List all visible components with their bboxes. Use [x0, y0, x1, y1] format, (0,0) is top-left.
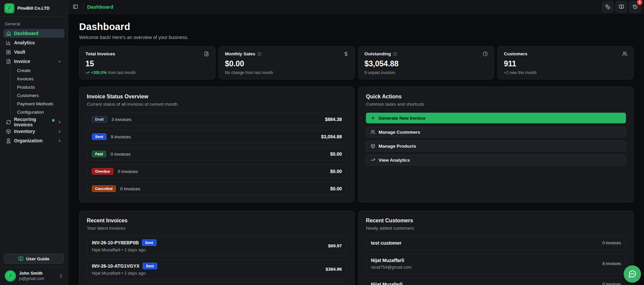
sidebar-item-recurring-invoices[interactable]: Recurring Invoices: [3, 118, 64, 126]
bottom-row: Recent Invoices Your latest invoices INV…: [79, 211, 634, 285]
customer-email: nicat754@gmail.com: [371, 265, 412, 270]
stat-card-monthly-sales: Monthly Sales $0.00 No change from last …: [219, 46, 355, 79]
users-icon: [371, 130, 375, 134]
invoice-file-icon: [6, 59, 11, 64]
home-icon: [6, 31, 11, 36]
trending-up-icon: [371, 158, 375, 162]
stat-value: $0.00: [225, 59, 349, 68]
invoice-meta: Nijat Muzaffarli • 2 days ago: [92, 247, 157, 252]
status-count: 0 invoices: [120, 186, 140, 191]
customer-invoice-count: 8 invoices: [602, 261, 621, 266]
status-badge: Draft: [92, 116, 107, 123]
status-count: 0 invoices: [118, 169, 138, 174]
user-guide-label: User Guide: [26, 256, 49, 261]
sidebar-item-label: Organization: [14, 138, 43, 143]
page-subtitle: Welcome back! Here's an overview of your…: [79, 35, 634, 40]
sidebar-item-label: Dashboard: [14, 31, 38, 36]
user-name: John Smith: [19, 271, 44, 276]
status-count: 9 invoices: [111, 134, 131, 139]
customer-invoice-count: 0 invoices: [602, 241, 621, 245]
stat-sub: 9 unpaid invoices: [365, 70, 488, 75]
invoice-row[interactable]: INV-26-10-ATG1VGYX Sent Nijat Muzaffarli…: [87, 259, 347, 279]
sidebar-toggle-button[interactable]: [71, 2, 80, 11]
generate-new-invoice-button[interactable]: Generate New Invoice: [366, 113, 626, 123]
sidebar-nav: General Dashboard Analytics Vault: [0, 17, 68, 250]
card-title: Invoice Status Overview: [87, 94, 347, 100]
sidebar-item-organization[interactable]: Organization: [3, 136, 64, 145]
chat-button[interactable]: [624, 265, 641, 283]
dollar-icon: [344, 51, 349, 56]
stat-sub: No change from last month: [225, 70, 349, 75]
chevron-right-icon: [57, 129, 62, 134]
sidebar-subitem-invoices[interactable]: Invoices: [15, 75, 64, 83]
status-row-sent: Sent 9 invoices $3,054.88: [87, 130, 347, 143]
avatar: [5, 270, 16, 282]
button-label: View Analytics: [379, 158, 410, 163]
card-title: Recent Customers: [366, 218, 626, 224]
customer-row[interactable]: Nijat Muzaffarli nicat754@gmail.com 8 in…: [366, 253, 626, 274]
stat-card-outstanding: Outstanding $3,054.88 9 unpaid invoices: [358, 46, 494, 79]
package-icon: [371, 144, 375, 148]
brand: PineBill Co.LTD: [0, 0, 68, 17]
sidebar-item-dashboard[interactable]: Dashboard: [3, 29, 64, 38]
sidebar-item-vault[interactable]: Vault: [3, 48, 64, 56]
quick-actions-card: Quick Actions Common tasks and shortcuts…: [358, 87, 634, 202]
notification-badge: 1: [637, 0, 642, 5]
manage-customers-button[interactable]: Manage Customers: [366, 127, 626, 137]
breadcrumb: Dashboard: [87, 4, 113, 10]
manage-products-button[interactable]: Manage Products: [366, 141, 626, 151]
sidebar-item-label: Invoice: [14, 59, 30, 64]
stat-value: 911: [504, 59, 627, 68]
sidebar-item-invoice[interactable]: Invoice: [3, 57, 64, 66]
customer-row[interactable]: test customer 0 invoices: [366, 236, 626, 250]
book-open-icon: [619, 4, 624, 9]
package-icon: [6, 129, 11, 134]
help-circle-icon[interactable]: [257, 52, 261, 56]
invoice-amount: $384.96: [326, 267, 342, 272]
invoice-row[interactable]: INV-26-10-PY8EBP0B Sent Nijat Muzaffarli…: [87, 236, 347, 256]
user-guide-button[interactable]: User Guide: [4, 254, 64, 264]
card-subtitle: Your latest invoices: [87, 226, 347, 231]
sidebar-item-analytics[interactable]: Analytics: [3, 38, 64, 47]
sidebar-subitem-customers[interactable]: Customers: [15, 91, 64, 100]
docs-button[interactable]: [616, 1, 627, 12]
stat-label: Customers: [504, 51, 527, 56]
button-label: Manage Products: [379, 144, 416, 149]
invoice-id: INV-26-10-ATG1VGYX: [92, 263, 140, 269]
status-badge: Cancelled: [92, 185, 116, 192]
status-amount: $884.38: [325, 117, 342, 122]
brand-name: PineBill Co.LTD: [17, 6, 50, 11]
history-button[interactable]: 1: [629, 1, 641, 12]
sidebar-subitem-configuration[interactable]: Configuration: [15, 108, 64, 116]
sidebar-subitem-create[interactable]: Create: [15, 66, 64, 75]
history-icon: [633, 4, 638, 9]
stat-label: Total Invoices: [85, 51, 115, 56]
user-menu[interactable]: John Smith js@gmail.com: [4, 267, 64, 285]
status-row-draft: Draft 3 invoices $884.38: [87, 113, 347, 126]
sidebar-item-inventory[interactable]: Inventory: [3, 127, 64, 136]
button-label: Manage Customers: [379, 130, 420, 135]
view-analytics-button[interactable]: View Analytics: [366, 155, 626, 165]
chevron-down-icon: [57, 59, 62, 64]
status-amount: $0.00: [330, 186, 342, 191]
invoice-submenu: Create Invoices Products Customers Payme…: [10, 66, 64, 116]
bar-chart-icon: [6, 40, 11, 45]
sidebar-subitem-products[interactable]: Products: [15, 83, 64, 91]
plus-icon: [371, 116, 375, 120]
customer-invoice-count: 0 invoices: [602, 282, 621, 285]
coins-icon: [605, 4, 610, 9]
sidebar-subitem-payment-methods[interactable]: Payment Methods: [15, 100, 64, 108]
chevron-right-icon: [57, 120, 62, 124]
invoice-row[interactable]: INV-26-06-9FEMIEAO Sent: [87, 283, 347, 285]
sidebar-item-label: Recurring Invoices: [14, 117, 49, 127]
help-circle-icon[interactable]: [393, 52, 397, 56]
customer-name: test customer: [371, 240, 402, 246]
trending-up-icon: +300.0%: [85, 70, 107, 75]
status-dot: [52, 119, 54, 122]
pinebill-logo-icon: [4, 3, 14, 13]
nav-section-label: General: [3, 20, 64, 29]
file-text-icon: [204, 51, 209, 56]
customer-row[interactable]: Nijat Muzafarli 0 invoices: [366, 277, 626, 285]
coins-button[interactable]: [602, 1, 613, 12]
sidebar-item-label: Analytics: [14, 40, 35, 45]
